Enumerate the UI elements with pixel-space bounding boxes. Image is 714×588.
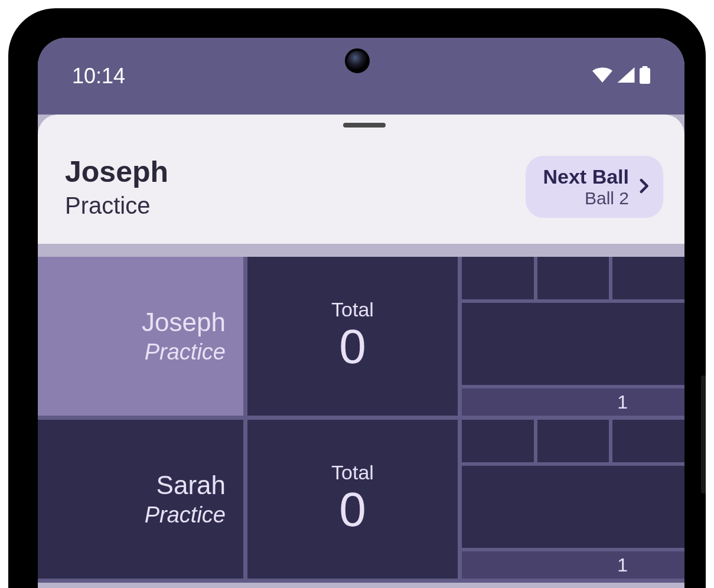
next-ball-label: Next Ball: [543, 165, 630, 188]
ball-slot[interactable]: [612, 420, 684, 462]
ball-slot[interactable]: [462, 257, 534, 299]
ball-slot[interactable]: [462, 420, 534, 462]
chevron-right-icon: [634, 176, 654, 198]
screen: 10:14 Joseph Practice: [38, 38, 684, 588]
frame-number: 1: [462, 551, 684, 579]
ball-slot[interactable]: [537, 257, 609, 299]
phone-frame: 10:14 Joseph Practice: [8, 8, 706, 588]
phone-side-button: [701, 375, 706, 494]
frame-score-area: [462, 303, 684, 385]
player-name: Sarah: [157, 471, 226, 500]
total-label: Total: [331, 298, 374, 321]
player-mode: Practice: [145, 502, 226, 528]
player-mode: Practice: [145, 339, 226, 365]
ball-slot[interactable]: [537, 420, 609, 462]
total-cell: Total 0: [247, 420, 458, 579]
current-player-info: Joseph Practice: [65, 155, 168, 219]
score-row: Sarah Practice Total 0 1: [38, 420, 684, 583]
score-row: Joseph Practice Total 0 1: [38, 257, 684, 420]
battery-icon: [640, 66, 650, 86]
current-player-mode: Practice: [65, 192, 168, 219]
status-time: 10:14: [72, 64, 125, 89]
current-player-name: Joseph: [65, 155, 168, 189]
divider-strip: [38, 244, 684, 257]
signal-icon: [617, 67, 635, 85]
player-cell[interactable]: Joseph Practice: [38, 257, 243, 416]
status-icons: [592, 66, 650, 86]
player-cell[interactable]: Sarah Practice: [38, 420, 243, 579]
total-value: 0: [339, 482, 366, 537]
drag-handle[interactable]: [343, 123, 386, 128]
frame-cell: 1: [462, 420, 684, 579]
frame-score-area: [462, 466, 684, 548]
header-card: Joseph Practice Next Ball Ball 2: [38, 115, 684, 244]
next-ball-button[interactable]: Next Ball Ball 2: [526, 156, 664, 218]
svg-rect-1: [640, 68, 650, 84]
total-value: 0: [339, 319, 366, 374]
ball-slot[interactable]: [612, 257, 684, 299]
next-ball-detail: Ball 2: [543, 188, 630, 208]
frame-cell: 1: [462, 257, 684, 416]
camera-cutout: [345, 48, 370, 73]
svg-rect-0: [643, 66, 648, 68]
total-label: Total: [331, 461, 374, 484]
total-cell: Total 0: [247, 257, 458, 416]
player-name: Joseph: [142, 308, 226, 337]
wifi-icon: [592, 67, 612, 85]
frame-number: 1: [462, 388, 684, 416]
